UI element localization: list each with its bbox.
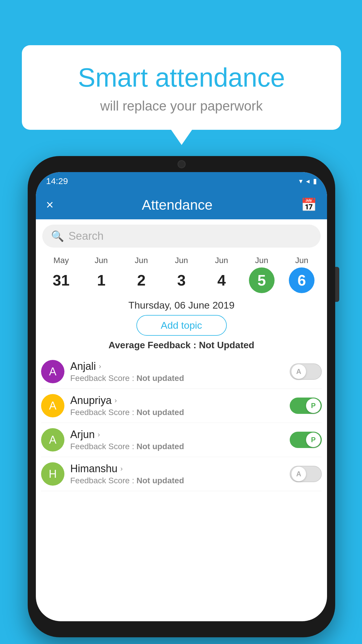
cal-num[interactable]: 31 (48, 267, 74, 293)
bubble-subtitle: will replace your paperwork (45, 98, 318, 114)
search-placeholder: Search (68, 230, 103, 242)
feedback-value: Not updated (136, 408, 184, 417)
cal-month: Jun (215, 256, 228, 265)
chevron-icon: › (115, 396, 117, 405)
student-row-0[interactable]: AAnjali ›Feedback Score : Not updatedA (41, 355, 322, 389)
cal-num[interactable]: 1 (88, 267, 114, 293)
cal-num[interactable]: 3 (169, 267, 194, 293)
cal-num[interactable]: 2 (129, 267, 154, 293)
cal-month: Jun (95, 256, 108, 265)
volume-button (335, 267, 339, 302)
app-bar: × Attendance 📅 (36, 190, 327, 219)
attendance-toggle[interactable]: A (290, 363, 322, 380)
chevron-icon: › (99, 362, 101, 370)
cal-num[interactable]: 6 (289, 267, 314, 293)
attendance-toggle[interactable]: A (290, 466, 322, 482)
cal-day-5[interactable]: Jun5 (242, 256, 282, 293)
student-row-3[interactable]: HHimanshu ›Feedback Score : Not updatedA (41, 457, 322, 491)
toggle-knob: A (291, 364, 306, 379)
cal-day-0[interactable]: May31 (41, 256, 81, 293)
cal-num[interactable]: 4 (209, 267, 234, 293)
student-avatar: H (41, 462, 64, 486)
bubble-title: Smart attendance (45, 63, 318, 93)
student-row-2[interactable]: AArjun ›Feedback Score : Not updatedP (41, 423, 322, 457)
cal-day-6[interactable]: Jun6 (282, 256, 322, 293)
student-name: Anjali › (70, 360, 284, 372)
feedback-value: Not updated (136, 476, 184, 485)
cal-day-1[interactable]: Jun1 (81, 256, 122, 293)
speech-bubble-container: Smart attendance will replace your paper… (22, 45, 341, 130)
cal-month: Jun (255, 256, 268, 265)
student-avatar: A (41, 394, 64, 417)
cal-month: Jun (295, 256, 308, 265)
app-bar-title: Attendance (142, 197, 212, 213)
student-list: AAnjali ›Feedback Score : Not updatedAAA… (36, 355, 327, 491)
attendance-toggle[interactable]: P (290, 398, 322, 414)
student-name: Himanshu › (70, 463, 284, 475)
selected-date: Thursday, 06 June 2019 (36, 300, 327, 311)
cal-month: May (53, 256, 69, 265)
student-feedback: Feedback Score : Not updated (70, 374, 284, 383)
phone-notch (155, 156, 208, 171)
battery-icon: ▮ (313, 177, 317, 185)
status-icons: ▾ ◂ ▮ (299, 177, 317, 185)
phone-body: 14:29 ▾ ◂ ▮ × Attendance 📅 🔍 Search Ma (28, 156, 335, 637)
search-icon: 🔍 (51, 230, 64, 242)
chevron-icon: › (98, 430, 100, 439)
chevron-icon: › (120, 465, 123, 473)
cal-day-4[interactable]: Jun4 (201, 256, 242, 293)
student-avatar: A (41, 428, 64, 452)
add-topic-button[interactable]: Add topic (136, 315, 227, 336)
phone-screen: 14:29 ▾ ◂ ▮ × Attendance 📅 🔍 Search Ma (36, 172, 327, 621)
avg-feedback-value: Not Updated (199, 340, 254, 350)
student-info: Himanshu ›Feedback Score : Not updated (70, 463, 284, 485)
calendar-icon[interactable]: 📅 (301, 197, 317, 212)
speech-bubble: Smart attendance will replace your paper… (22, 45, 341, 130)
wifi-icon: ▾ (299, 177, 303, 185)
feedback-value: Not updated (136, 374, 184, 383)
student-avatar: A (41, 360, 64, 383)
avg-feedback: Average Feedback : Not Updated (36, 340, 327, 351)
student-row-1[interactable]: AAnupriya ›Feedback Score : Not updatedP (41, 389, 322, 423)
close-button[interactable]: × (46, 197, 54, 212)
attendance-toggle[interactable]: P (290, 432, 322, 448)
cal-day-2[interactable]: Jun2 (121, 256, 161, 293)
student-name: Arjun › (70, 428, 284, 441)
status-time: 14:29 (46, 176, 68, 186)
front-camera (178, 160, 186, 168)
cal-num[interactable]: 5 (249, 267, 275, 293)
student-feedback: Feedback Score : Not updated (70, 408, 284, 417)
cal-day-3[interactable]: Jun3 (161, 256, 202, 293)
signal-icon: ◂ (306, 177, 310, 185)
status-bar: 14:29 ▾ ◂ ▮ (36, 172, 327, 190)
phone-device: 14:29 ▾ ◂ ▮ × Attendance 📅 🔍 Search Ma (28, 156, 335, 637)
student-info: Arjun ›Feedback Score : Not updated (70, 428, 284, 451)
feedback-value: Not updated (136, 442, 184, 451)
student-feedback: Feedback Score : Not updated (70, 442, 284, 451)
toggle-knob: P (306, 433, 321, 447)
calendar-strip: May31Jun1Jun2Jun3Jun4Jun5Jun6 (36, 253, 327, 296)
cal-month: Jun (175, 256, 188, 265)
cal-month: Jun (135, 256, 148, 265)
student-feedback: Feedback Score : Not updated (70, 476, 284, 485)
search-bar[interactable]: 🔍 Search (42, 225, 321, 248)
student-info: Anjali ›Feedback Score : Not updated (70, 360, 284, 383)
student-name: Anupriya › (70, 394, 284, 407)
student-info: Anupriya ›Feedback Score : Not updated (70, 394, 284, 417)
toggle-knob: A (291, 467, 306, 481)
toggle-knob: P (306, 398, 321, 413)
